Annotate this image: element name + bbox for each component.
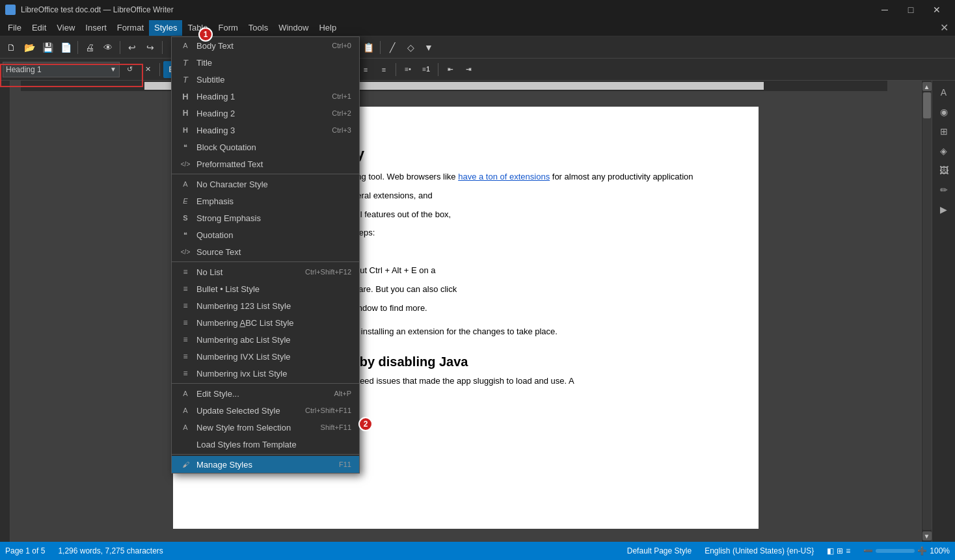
menu-emphasis[interactable]: E Emphasis [172, 193, 359, 209]
preview-button[interactable]: 👁 [100, 39, 116, 56]
list-button[interactable]: ▼ [420, 39, 437, 56]
style-dropdown[interactable]: Heading 1 ▼ [3, 62, 120, 77]
body-text-icon: A [180, 42, 191, 49]
menu-manage-styles[interactable]: 🖌 Manage Styles F11 [172, 456, 359, 473]
menu-heading3[interactable]: H Heading 3 Ctrl+3 [172, 122, 359, 139]
scroll-thumb[interactable] [923, 92, 931, 118]
separator3 [172, 383, 359, 384]
menu-num-ivx-upper[interactable]: ≡ Numbering IVX List Style [172, 348, 359, 365]
menu-num-ivx-lower[interactable]: ≡ Numbering ivx List Style [172, 365, 359, 382]
maximize-button[interactable]: □ [898, 0, 924, 20]
open-button[interactable]: 📂 [21, 39, 38, 56]
menu-num-abc-upper[interactable]: ≡ Numbering ABC List Style [172, 314, 359, 331]
menu-title[interactable]: T Title [172, 54, 359, 71]
menu-subtitle[interactable]: T Subtitle [172, 71, 359, 88]
menu-format[interactable]: Format [112, 20, 149, 36]
dropdown-arrow: ▼ [110, 66, 116, 73]
properties-button[interactable]: ⊞ [935, 122, 953, 140]
menu-tools[interactable]: Tools [243, 20, 273, 36]
new-style-label: New Style from Selection [196, 423, 316, 433]
menu-quotation[interactable]: ❝ Quotation [172, 226, 359, 243]
menu-edit-style[interactable]: A Edit Style... Alt+P [172, 385, 359, 402]
style-clear-button[interactable]: ✕ [139, 61, 156, 78]
strong-icon: S [180, 214, 191, 222]
numbering-button[interactable]: ≡1 [418, 61, 435, 78]
menu-heading2[interactable]: H Heading 2 Ctrl+2 [172, 105, 359, 122]
line-button[interactable]: ╱ [384, 39, 401, 56]
style-refresh-button[interactable]: ↺ [121, 61, 138, 78]
menu-body-text[interactable]: A Body Text Ctrl+0 [172, 37, 359, 54]
indent-increase-button[interactable]: ⇥ [460, 61, 477, 78]
numIVX-icon: ≡ [180, 352, 191, 361]
menu-edit[interactable]: Edit [27, 20, 51, 36]
numivx-icon: ≡ [180, 369, 191, 378]
edit-style-icon: A [180, 390, 191, 397]
scroll-down-button[interactable]: ▼ [922, 531, 932, 540]
document-area[interactable]: expand functionality expand the function… [10, 81, 921, 542]
saveas-button[interactable]: 📄 [57, 39, 74, 56]
preformatted-icon: </> [180, 161, 191, 168]
title-label: Title [196, 58, 351, 68]
undo-button[interactable]: ↩ [124, 39, 141, 56]
zoom-slider[interactable] [876, 549, 915, 553]
doc-link1[interactable]: have a ton of extensions [458, 172, 550, 181]
bullets-button[interactable]: ≡• [399, 61, 416, 78]
menu-heading1[interactable]: H Heading 1 Ctrl+1 [172, 88, 359, 105]
sep-f5 [438, 63, 438, 76]
new-style-icon: A [180, 423, 191, 431]
menu-new-style[interactable]: A New Style from Selection Shift+F11 [172, 419, 359, 436]
separator1 [172, 174, 359, 174]
track-button[interactable]: 📋 [360, 39, 377, 56]
shapes-button[interactable]: ◇ [402, 39, 419, 56]
menu-insert[interactable]: Insert [80, 20, 112, 36]
redo-button[interactable]: ↪ [142, 39, 159, 56]
navigator-button[interactable]: ◉ [935, 103, 953, 121]
print-button[interactable]: 🖨 [81, 39, 98, 56]
heading2-shortcut: Ctrl+2 [332, 109, 351, 117]
menu-styles[interactable]: Styles [149, 20, 182, 36]
menu-num-123[interactable]: ≡ Numbering 123 List Style [172, 297, 359, 314]
menu-no-char-style[interactable]: A No Character Style [172, 176, 359, 193]
save-button[interactable]: 💾 [39, 39, 56, 56]
indent-decrease-button[interactable]: ⇤ [442, 61, 459, 78]
menu-view[interactable]: View [51, 20, 80, 36]
menu-strong-emphasis[interactable]: S Strong Emphasis [172, 209, 359, 226]
update-style-icon: A [180, 407, 191, 414]
menu-file[interactable]: File [3, 20, 27, 36]
menu-num-abc-lower[interactable]: ≡ Numbering abc List Style [172, 331, 359, 348]
title-icon: T [180, 58, 191, 68]
menu-form[interactable]: Form [213, 20, 243, 36]
quotation-label: Quotation [196, 230, 351, 240]
body-text-label: Body Text [196, 41, 327, 51]
new-button[interactable]: 🗋 [3, 39, 20, 56]
separator2 [172, 261, 359, 262]
menu-update-style[interactable]: A Update Selected Style Ctrl+Shift+F11 [172, 402, 359, 419]
ruler-container [21, 81, 887, 91]
toolbar-standard: 🗋 📂 💾 📄 🖨 👁 ↩ ↪ ⊞ 🖼 📊 ⊕ 🔍 ✓ Ω 🔗 💬 📝 📋 ╱ … [0, 36, 955, 59]
menu-load-styles[interactable]: Load Styles from Template [172, 436, 359, 453]
numivx-label: Numbering ivx List Style [196, 369, 351, 379]
draw-button[interactable]: ✏ [935, 181, 953, 199]
menu-bullet-list[interactable]: ≡ Bullet • List Style [172, 280, 359, 297]
gallery-button[interactable]: 🖼 [935, 161, 953, 180]
menu-block-quotation[interactable]: ❝ Block Quotation [172, 139, 359, 155]
menu-source-text[interactable]: </> Source Text [172, 243, 359, 260]
scroll-up-button[interactable]: ▲ [922, 82, 932, 91]
menu-help[interactable]: Help [314, 20, 342, 36]
manage-styles-label: Manage Styles [196, 460, 334, 470]
close-button[interactable]: ✕ [924, 0, 950, 20]
no-char-label: No Character Style [196, 180, 351, 189]
functions-button[interactable]: ◈ [935, 142, 953, 160]
no-char-icon: A [180, 180, 191, 188]
macro-button[interactable]: ▶ [935, 200, 953, 219]
heading1-shortcut: Ctrl+1 [332, 92, 351, 100]
block-quotation-label: Block Quotation [196, 142, 351, 152]
menu-preformatted[interactable]: </> Preformatted Text [172, 155, 359, 172]
close-doc-button[interactable]: ✕ [936, 21, 952, 34]
menu-no-list[interactable]: ≡ No List Ctrl+Shift+F12 [172, 263, 359, 280]
minimize-button[interactable]: ─ [872, 0, 898, 20]
styles-panel-button[interactable]: A [935, 83, 953, 101]
menu-window[interactable]: Window [273, 20, 314, 36]
align-justify-button[interactable]: ≡ [375, 61, 392, 78]
vertical-scrollbar[interactable]: ▲ ▼ [921, 81, 932, 542]
